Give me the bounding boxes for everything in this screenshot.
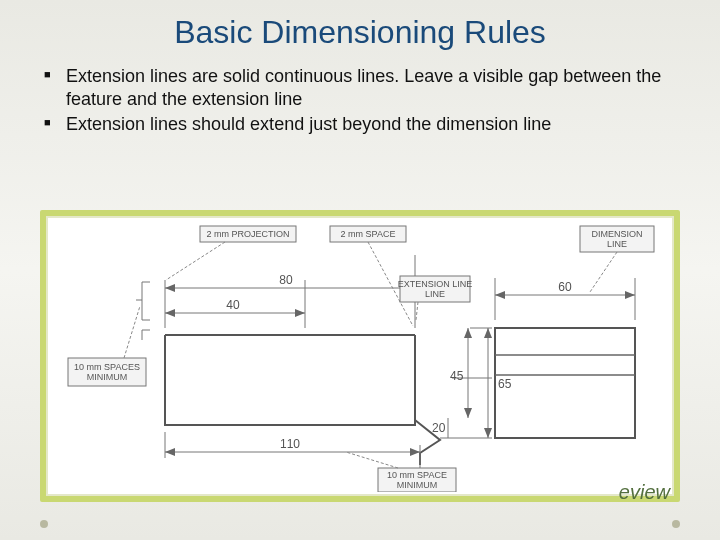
svg-marker-37 [484,428,492,438]
dim-110: 110 [280,437,300,451]
svg-text:LINE: LINE [607,239,627,249]
svg-marker-39 [464,328,472,338]
svg-text:2 mm PROJECTION: 2 mm PROJECTION [206,229,289,239]
svg-text:DIMENSION: DIMENSION [591,229,642,239]
svg-marker-31 [625,291,635,299]
svg-marker-36 [484,328,492,338]
svg-text:10 mm SPACES: 10 mm SPACES [74,362,140,372]
bullet-item: Extension lines are solid continuous lin… [44,65,680,111]
svg-text:LINE: LINE [425,289,445,299]
svg-text:2 mm SPACE: 2 mm SPACE [341,229,396,239]
dim-20: 20 [432,421,446,435]
dim-65: 65 [498,377,512,391]
svg-line-20 [416,302,418,320]
diagram-frame: 80 40 2 mm PROJECTION 2 mm SPACE EXTE [40,210,680,502]
svg-rect-2 [495,328,635,438]
svg-marker-13 [295,309,305,317]
footer-dot-right [672,520,680,528]
svg-text:10 mm SPACE: 10 mm SPACE [387,470,447,480]
svg-line-26 [124,306,140,358]
svg-marker-40 [464,408,472,418]
dim-45: 45 [450,369,464,383]
svg-marker-45 [165,448,175,456]
diagram: 80 40 2 mm PROJECTION 2 mm SPACE EXTE [50,220,670,492]
bullet-item: Extension lines should extend just beyon… [44,113,680,136]
dim-40: 40 [226,298,240,312]
svg-line-23 [590,252,617,292]
bullet-list: Extension lines are solid continuous lin… [0,57,720,136]
svg-text:MINIMUM: MINIMUM [87,372,128,382]
svg-line-49 [346,452,398,468]
svg-marker-30 [495,291,505,299]
svg-text:EXTENSION LINE: EXTENSION LINE [398,279,473,289]
svg-line-15 [166,242,225,280]
partial-text: eview [619,481,670,504]
svg-marker-9 [165,284,175,292]
dim-80: 80 [279,273,293,287]
svg-marker-46 [410,448,420,456]
page-title: Basic Dimensioning Rules [0,0,720,57]
footer-dot-left [40,520,48,528]
svg-text:MINIMUM: MINIMUM [397,480,438,490]
dim-60: 60 [558,280,572,294]
svg-marker-12 [165,309,175,317]
